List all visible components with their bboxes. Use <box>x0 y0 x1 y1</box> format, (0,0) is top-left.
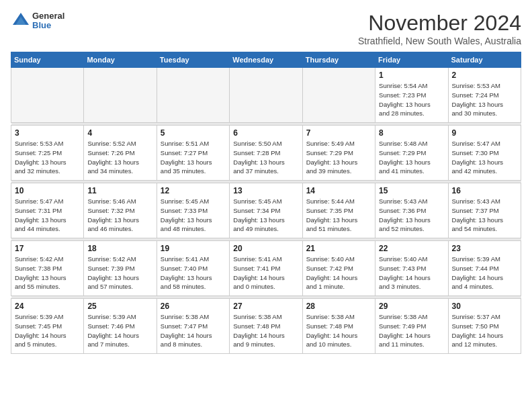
day-info: Sunrise: 5:49 AMSunset: 7:29 PMDaylight:… <box>306 139 371 176</box>
table-row <box>230 68 302 123</box>
day-number: 21 <box>306 244 371 253</box>
logo-icon <box>11 11 31 31</box>
day-info: Sunrise: 5:52 AMSunset: 7:26 PMDaylight:… <box>87 139 152 176</box>
calendar-table: Sunday Monday Tuesday Wednesday Thursday… <box>11 52 521 354</box>
table-row: 19Sunrise: 5:41 AMSunset: 7:40 PMDayligh… <box>157 241 229 296</box>
day-number: 8 <box>379 128 444 138</box>
table-row: 24Sunrise: 5:39 AMSunset: 7:45 PMDayligh… <box>11 299 84 354</box>
table-row <box>11 68 84 123</box>
day-number: 12 <box>161 186 226 195</box>
day-info: Sunrise: 5:42 AMSunset: 7:39 PMDaylight:… <box>87 255 152 291</box>
col-friday: Friday <box>375 52 448 68</box>
day-number: 25 <box>87 302 152 311</box>
day-number: 28 <box>306 302 371 311</box>
day-info: Sunrise: 5:38 AMSunset: 7:48 PMDaylight:… <box>233 312 298 349</box>
table-row: 2Sunrise: 5:53 AMSunset: 7:24 PMDaylight… <box>448 68 521 123</box>
day-info: Sunrise: 5:39 AMSunset: 7:45 PMDaylight:… <box>15 312 80 349</box>
table-row: 13Sunrise: 5:45 AMSunset: 7:34 PMDayligh… <box>230 183 302 238</box>
table-row: 3Sunrise: 5:53 AMSunset: 7:25 PMDaylight… <box>11 126 84 181</box>
day-number: 19 <box>161 244 226 253</box>
day-info: Sunrise: 5:43 AMSunset: 7:36 PMDaylight:… <box>379 197 444 234</box>
day-info: Sunrise: 5:41 AMSunset: 7:41 PMDaylight:… <box>233 255 298 291</box>
table-row <box>302 68 375 123</box>
day-info: Sunrise: 5:38 AMSunset: 7:47 PMDaylight:… <box>161 312 226 349</box>
table-row: 15Sunrise: 5:43 AMSunset: 7:36 PMDayligh… <box>375 183 448 238</box>
table-row: 11Sunrise: 5:46 AMSunset: 7:32 PMDayligh… <box>84 183 157 238</box>
col-monday: Monday <box>84 52 157 68</box>
day-number: 10 <box>15 186 80 195</box>
table-row <box>157 68 229 123</box>
day-info: Sunrise: 5:51 AMSunset: 7:27 PMDaylight:… <box>161 139 226 176</box>
day-info: Sunrise: 5:53 AMSunset: 7:24 PMDaylight:… <box>452 81 517 118</box>
table-row: 17Sunrise: 5:42 AMSunset: 7:38 PMDayligh… <box>11 241 84 296</box>
calendar-week-row: 3Sunrise: 5:53 AMSunset: 7:25 PMDaylight… <box>11 126 521 181</box>
title-area: November 2024 Strathfield, New South Wal… <box>358 11 521 46</box>
table-row: 14Sunrise: 5:44 AMSunset: 7:35 PMDayligh… <box>302 183 375 238</box>
day-number: 6 <box>233 128 298 138</box>
table-row: 30Sunrise: 5:37 AMSunset: 7:50 PMDayligh… <box>448 299 521 354</box>
day-info: Sunrise: 5:46 AMSunset: 7:32 PMDaylight:… <box>87 197 152 234</box>
calendar-week-row: 24Sunrise: 5:39 AMSunset: 7:45 PMDayligh… <box>11 299 521 354</box>
day-number: 5 <box>161 128 226 138</box>
table-row: 5Sunrise: 5:51 AMSunset: 7:27 PMDaylight… <box>157 126 229 181</box>
day-info: Sunrise: 5:45 AMSunset: 7:34 PMDaylight:… <box>233 197 298 234</box>
day-info: Sunrise: 5:37 AMSunset: 7:50 PMDaylight:… <box>452 312 517 349</box>
location-title: Strathfield, New South Wales, Australia <box>358 36 521 46</box>
table-row: 10Sunrise: 5:47 AMSunset: 7:31 PMDayligh… <box>11 183 84 238</box>
day-info: Sunrise: 5:53 AMSunset: 7:25 PMDaylight:… <box>15 139 80 176</box>
day-number: 22 <box>379 244 444 253</box>
day-number: 16 <box>452 186 517 195</box>
day-number: 17 <box>15 244 80 253</box>
col-thursday: Thursday <box>302 52 375 68</box>
day-info: Sunrise: 5:47 AMSunset: 7:30 PMDaylight:… <box>452 139 517 176</box>
day-number: 3 <box>15 128 80 138</box>
col-tuesday: Tuesday <box>157 52 229 68</box>
day-info: Sunrise: 5:39 AMSunset: 7:46 PMDaylight:… <box>87 312 152 349</box>
day-number: 29 <box>379 302 444 311</box>
table-row: 26Sunrise: 5:38 AMSunset: 7:47 PMDayligh… <box>157 299 229 354</box>
day-info: Sunrise: 5:47 AMSunset: 7:31 PMDaylight:… <box>15 197 80 234</box>
day-number: 7 <box>306 128 371 138</box>
day-info: Sunrise: 5:44 AMSunset: 7:35 PMDaylight:… <box>306 197 371 234</box>
table-row: 16Sunrise: 5:43 AMSunset: 7:37 PMDayligh… <box>448 183 521 238</box>
col-wednesday: Wednesday <box>230 52 302 68</box>
day-number: 30 <box>452 302 517 311</box>
table-row: 9Sunrise: 5:47 AMSunset: 7:30 PMDaylight… <box>448 126 521 181</box>
day-number: 27 <box>233 302 298 311</box>
table-row: 25Sunrise: 5:39 AMSunset: 7:46 PMDayligh… <box>84 299 157 354</box>
calendar-week-row: 1Sunrise: 5:54 AMSunset: 7:23 PMDaylight… <box>11 68 521 123</box>
table-row: 7Sunrise: 5:49 AMSunset: 7:29 PMDaylight… <box>302 126 375 181</box>
day-number: 18 <box>87 244 152 253</box>
logo: General Blue <box>11 11 64 31</box>
table-row: 20Sunrise: 5:41 AMSunset: 7:41 PMDayligh… <box>230 241 302 296</box>
day-number: 20 <box>233 244 298 253</box>
day-number: 15 <box>379 186 444 195</box>
day-info: Sunrise: 5:45 AMSunset: 7:33 PMDaylight:… <box>161 197 226 234</box>
day-info: Sunrise: 5:54 AMSunset: 7:23 PMDaylight:… <box>379 81 444 118</box>
day-number: 1 <box>379 71 444 80</box>
table-row <box>84 68 157 123</box>
calendar-header-row: Sunday Monday Tuesday Wednesday Thursday… <box>11 52 521 68</box>
table-row: 12Sunrise: 5:45 AMSunset: 7:33 PMDayligh… <box>157 183 229 238</box>
day-number: 9 <box>452 128 517 138</box>
month-title: November 2024 <box>358 11 521 36</box>
header: General Blue November 2024 Strathfield, … <box>11 11 521 46</box>
table-row: 23Sunrise: 5:39 AMSunset: 7:44 PMDayligh… <box>448 241 521 296</box>
table-row: 18Sunrise: 5:42 AMSunset: 7:39 PMDayligh… <box>84 241 157 296</box>
day-info: Sunrise: 5:40 AMSunset: 7:42 PMDaylight:… <box>306 255 371 291</box>
table-row: 21Sunrise: 5:40 AMSunset: 7:42 PMDayligh… <box>302 241 375 296</box>
day-info: Sunrise: 5:38 AMSunset: 7:49 PMDaylight:… <box>379 312 444 349</box>
table-row: 27Sunrise: 5:38 AMSunset: 7:48 PMDayligh… <box>230 299 302 354</box>
day-number: 4 <box>87 128 152 138</box>
logo-blue: Blue <box>32 21 64 30</box>
logo-general: General <box>32 11 64 21</box>
table-row: 1Sunrise: 5:54 AMSunset: 7:23 PMDaylight… <box>375 68 448 123</box>
day-info: Sunrise: 5:50 AMSunset: 7:28 PMDaylight:… <box>233 139 298 176</box>
day-number: 23 <box>452 244 517 253</box>
table-row: 6Sunrise: 5:50 AMSunset: 7:28 PMDaylight… <box>230 126 302 181</box>
table-row: 22Sunrise: 5:40 AMSunset: 7:43 PMDayligh… <box>375 241 448 296</box>
table-row: 4Sunrise: 5:52 AMSunset: 7:26 PMDaylight… <box>84 126 157 181</box>
table-row: 8Sunrise: 5:48 AMSunset: 7:29 PMDaylight… <box>375 126 448 181</box>
day-number: 24 <box>15 302 80 311</box>
day-info: Sunrise: 5:38 AMSunset: 7:48 PMDaylight:… <box>306 312 371 349</box>
